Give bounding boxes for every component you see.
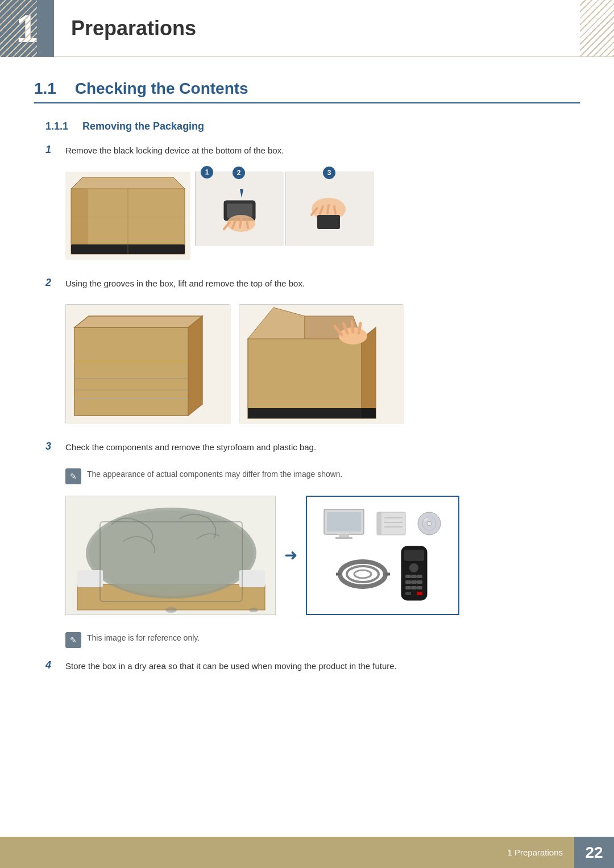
- footer-number-box: 22: [574, 837, 614, 868]
- note-1: The appearance of actual components may …: [65, 468, 569, 484]
- svg-line-38: [352, 322, 353, 332]
- footer-text: 1 Preparations: [507, 848, 563, 857]
- box-illustration: [65, 172, 190, 260]
- monitor-component: [323, 508, 366, 539]
- svg-point-70: [409, 563, 418, 572]
- components-row-2: [336, 545, 430, 602]
- step-1: 1 Remove the black locking device at the…: [45, 144, 580, 157]
- step-2-number: 2: [45, 277, 65, 289]
- box-open-svg: [239, 305, 404, 424]
- svg-line-39: [359, 323, 360, 333]
- svg-rect-73: [417, 575, 422, 578]
- svg-rect-72: [411, 575, 417, 578]
- step-1-number: 1: [45, 144, 65, 156]
- box-closed-svg: [66, 305, 231, 424]
- subsection-heading: Removing the Packaging: [82, 121, 204, 132]
- section-number: 1.1: [34, 80, 56, 97]
- svg-rect-23: [74, 327, 188, 416]
- top-bar: 1 Preparations: [0, 0, 614, 57]
- box-open-image: [239, 304, 404, 423]
- step-4: 4 Store the box in a dry area so that it…: [45, 659, 580, 673]
- step-3-number: 3: [45, 441, 65, 452]
- main-content: 1.1 Checking the Contents 1.1.1 Removing…: [0, 57, 614, 744]
- box-svg: [65, 172, 190, 260]
- top-left-decoration: [0, 0, 37, 57]
- note-2: This image is for reference only.: [65, 632, 569, 648]
- svg-rect-80: [405, 592, 411, 595]
- step-3-text: Check the components and remove the styr…: [65, 441, 316, 454]
- svg-line-20: [334, 206, 335, 214]
- hand-image-2: 3: [285, 172, 374, 246]
- svg-rect-46: [239, 570, 265, 587]
- svg-rect-74: [405, 580, 411, 584]
- badge-3: 3: [323, 167, 335, 179]
- step-2-text: Using the grooves in the box, lift and r…: [65, 277, 305, 290]
- svg-marker-1: [71, 177, 185, 189]
- chapter-title: Preparations: [71, 16, 196, 40]
- subsection-title: 1.1.1 Removing the Packaging: [45, 121, 580, 132]
- manual-component: [374, 511, 408, 537]
- step-4-number: 4: [45, 659, 65, 671]
- svg-rect-77: [405, 586, 411, 589]
- svg-rect-2: [71, 189, 88, 254]
- svg-rect-45: [77, 570, 103, 587]
- svg-rect-78: [411, 586, 417, 589]
- box-closed-image: [65, 304, 230, 423]
- section-heading: Checking the Contents: [75, 80, 248, 97]
- plastic-svg: [66, 496, 276, 615]
- svg-line-12: [240, 219, 241, 227]
- hand-image-1: 2: [195, 172, 283, 246]
- section-title: 1.1 Checking the Contents: [34, 80, 580, 103]
- step-4-text: Store the box in a dry area so that it c…: [65, 660, 397, 673]
- step-1-text: Remove the black locking device at the b…: [65, 144, 284, 157]
- step-3-images: ➜: [65, 496, 569, 615]
- arrow-icon: ➜: [284, 546, 297, 564]
- note-icon-1: [65, 468, 81, 484]
- svg-rect-21: [317, 215, 340, 229]
- svg-point-64: [347, 566, 379, 582]
- svg-rect-41: [362, 408, 376, 418]
- svg-rect-51: [327, 512, 361, 531]
- remote-component: [399, 545, 430, 602]
- svg-rect-31: [248, 339, 362, 418]
- svg-rect-69: [404, 550, 424, 561]
- hand2-svg: [286, 172, 374, 246]
- step-1-images: 1: [65, 172, 569, 260]
- step-1-sub-images: 1: [195, 172, 374, 246]
- step-2: 2 Using the grooves in the box, lift and…: [45, 277, 580, 290]
- svg-rect-40: [248, 408, 362, 418]
- step-2-images: [65, 304, 569, 423]
- note-2-text: This image is for reference only.: [87, 632, 200, 644]
- svg-point-61: [427, 521, 432, 526]
- svg-rect-79: [417, 586, 422, 589]
- footer: 1 Preparations 22: [0, 837, 614, 868]
- note-1-text: The appearance of actual components may …: [87, 468, 343, 480]
- components-row-1: [323, 508, 442, 539]
- footer-page-number: 22: [585, 844, 603, 862]
- plastic-wrap-image: [65, 496, 276, 615]
- svg-point-49: [249, 608, 258, 612]
- svg-rect-71: [405, 575, 411, 578]
- svg-point-48: [165, 607, 177, 613]
- cable-component: [336, 558, 390, 589]
- svg-rect-53: [335, 537, 352, 539]
- components-box: [306, 496, 459, 615]
- svg-marker-25: [188, 316, 202, 416]
- svg-marker-24: [74, 316, 202, 327]
- svg-rect-75: [411, 580, 417, 584]
- badge-2: 2: [233, 167, 245, 179]
- svg-rect-55: [377, 512, 381, 535]
- svg-rect-81: [417, 592, 422, 595]
- note-icon-2: [65, 632, 81, 648]
- svg-line-19: [327, 205, 329, 213]
- subsection-number: 1.1.1: [45, 121, 68, 132]
- svg-rect-76: [417, 580, 422, 584]
- hand1-svg: [196, 172, 284, 246]
- svg-line-13: [247, 221, 248, 228]
- step-3: 3 Check the components and remove the st…: [45, 441, 580, 454]
- badge-1: 1: [201, 166, 213, 178]
- hand-images-row: 2 3: [195, 172, 374, 246]
- disc-component: [417, 511, 442, 537]
- svg-point-65: [354, 570, 371, 578]
